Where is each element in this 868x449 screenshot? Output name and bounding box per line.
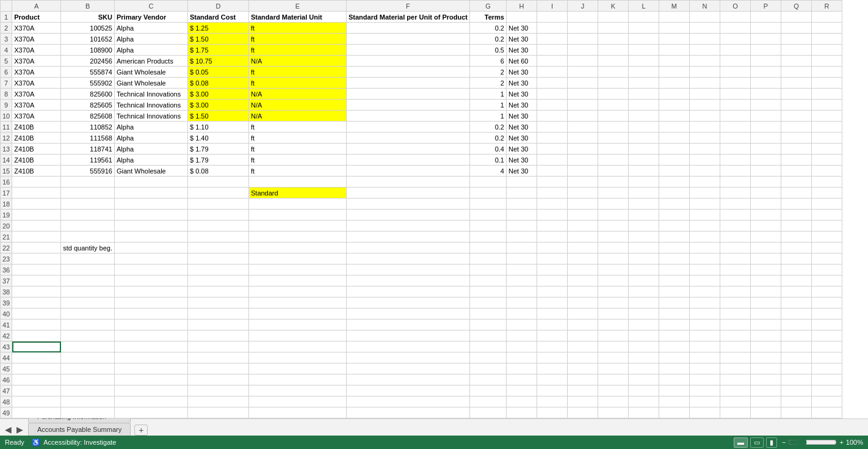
cell-r3-c3[interactable]: $ 1.50 xyxy=(187,34,248,45)
cell-r48-c6[interactable] xyxy=(469,396,506,407)
cell-r10-c10[interactable] xyxy=(598,111,628,122)
cell-r47-c2[interactable] xyxy=(114,385,187,396)
cell-r47-c10[interactable] xyxy=(598,385,628,396)
cell-r19-c0[interactable] xyxy=(12,210,61,221)
cell-r45-c6[interactable] xyxy=(469,363,506,374)
cell-r3-c1[interactable]: 101652 xyxy=(61,34,115,45)
cell-r48-c12[interactable] xyxy=(659,396,689,407)
cell-r5-c3[interactable]: $ 10.75 xyxy=(187,56,248,67)
cell-r15-c13[interactable] xyxy=(689,166,720,177)
cell-r46-c15[interactable] xyxy=(750,374,781,385)
cell-r48-c17[interactable] xyxy=(811,396,842,407)
cell-r49-c9[interactable] xyxy=(567,407,598,418)
cell-r9-c17[interactable] xyxy=(811,100,842,111)
table-row[interactable]: 45 xyxy=(1,363,842,374)
cell-r50-c16[interactable] xyxy=(781,418,811,419)
cell-r43-c4[interactable] xyxy=(248,341,346,352)
cell-r47-c14[interactable] xyxy=(720,385,750,396)
cell-r17-c5[interactable] xyxy=(346,188,469,199)
table-row[interactable]: 11Z410B110852Alpha$ 1.10ft0.2Net 30 xyxy=(1,122,842,133)
cell-r46-c0[interactable] xyxy=(12,374,61,385)
cell-r13-c6[interactable]: 0.4 xyxy=(469,144,506,155)
cell-r42-c5[interactable] xyxy=(346,330,469,341)
cell-r21-c16[interactable] xyxy=(781,232,811,243)
cell-r36-c3[interactable] xyxy=(187,265,248,276)
cell-r41-c5[interactable] xyxy=(346,319,469,330)
cell-r40-c12[interactable] xyxy=(659,308,689,319)
cell-r5-c15[interactable] xyxy=(750,56,781,67)
cell-r45-c17[interactable] xyxy=(811,363,842,374)
cell-r14-c3[interactable]: $ 1.79 xyxy=(187,155,248,166)
cell-r46-c14[interactable] xyxy=(720,374,750,385)
cell-r19-c11[interactable] xyxy=(628,210,659,221)
cell-r10-c6[interactable]: 1 xyxy=(469,111,506,122)
table-row[interactable]: 18 xyxy=(1,199,842,210)
cell-r10-c15[interactable] xyxy=(750,111,781,122)
table-row[interactable]: 23 xyxy=(1,254,842,265)
cell-r15-c14[interactable] xyxy=(720,166,750,177)
cell-r9-c12[interactable] xyxy=(659,100,689,111)
table-row[interactable]: 37 xyxy=(1,276,842,287)
cell-r12-c1[interactable]: 111568 xyxy=(61,133,115,144)
cell-r46-c17[interactable] xyxy=(811,374,842,385)
cell-r7-c13[interactable] xyxy=(689,78,720,89)
cell-r20-c15[interactable] xyxy=(750,221,781,232)
cell-r40-c7[interactable] xyxy=(506,308,537,319)
cell-r38-c0[interactable] xyxy=(12,287,61,298)
cell-r11-c2[interactable]: Alpha xyxy=(114,122,187,133)
cell-r49-c2[interactable] xyxy=(114,407,187,418)
cell-r7-c11[interactable] xyxy=(628,78,659,89)
cell-r37-c0[interactable] xyxy=(12,276,61,287)
cell-r1-c13[interactable] xyxy=(689,12,720,23)
cell-r20-c14[interactable] xyxy=(720,221,750,232)
cell-r6-c15[interactable] xyxy=(750,67,781,78)
cell-r3-c0[interactable]: X370A xyxy=(12,34,61,45)
cell-r8-c12[interactable] xyxy=(659,89,689,100)
cell-r17-c2[interactable] xyxy=(114,188,187,199)
cell-r13-c1[interactable]: 118741 xyxy=(61,144,115,155)
cell-r17-c15[interactable] xyxy=(750,188,781,199)
cell-r15-c16[interactable] xyxy=(781,166,811,177)
cell-r12-c17[interactable] xyxy=(811,133,842,144)
cell-r44-c4[interactable] xyxy=(248,352,346,363)
cell-r49-c10[interactable] xyxy=(598,407,628,418)
cell-r41-c3[interactable] xyxy=(187,319,248,330)
page-break-view-button[interactable]: ▮ xyxy=(766,437,777,448)
cell-r22-c9[interactable] xyxy=(567,243,598,254)
cell-r19-c15[interactable] xyxy=(750,210,781,221)
cell-r15-c4[interactable]: ft xyxy=(248,166,346,177)
cell-r5-c7[interactable]: Net 60 xyxy=(506,56,537,67)
cell-r5-c1[interactable]: 202456 xyxy=(61,56,115,67)
cell-r46-c16[interactable] xyxy=(781,374,811,385)
cell-r14-c8[interactable] xyxy=(537,155,567,166)
cell-r6-c3[interactable]: $ 0.05 xyxy=(187,67,248,78)
cell-r6-c1[interactable]: 555874 xyxy=(61,67,115,78)
table-row[interactable]: 9X370A825605Technical Innovations$ 3.00N… xyxy=(1,100,842,111)
cell-r42-c8[interactable] xyxy=(537,330,567,341)
cell-r50-c2[interactable] xyxy=(114,418,187,419)
cell-r38-c8[interactable] xyxy=(537,287,567,298)
cell-r10-c5[interactable] xyxy=(346,111,469,122)
cell-r1-c10[interactable] xyxy=(598,12,628,23)
cell-r1-c0[interactable]: Product xyxy=(12,12,61,23)
cell-r48-c9[interactable] xyxy=(567,396,598,407)
cell-r11-c10[interactable] xyxy=(598,122,628,133)
cell-r38-c14[interactable] xyxy=(720,287,750,298)
cell-r23-c3[interactable] xyxy=(187,254,248,265)
cell-r44-c16[interactable] xyxy=(781,352,811,363)
cell-r9-c11[interactable] xyxy=(628,100,659,111)
cell-r5-c4[interactable]: N/A xyxy=(248,56,346,67)
cell-r36-c10[interactable] xyxy=(598,265,628,276)
cell-r7-c7[interactable]: Net 30 xyxy=(506,78,537,89)
cell-r7-c4[interactable]: ft xyxy=(248,78,346,89)
cell-r3-c11[interactable] xyxy=(628,34,659,45)
cell-r16-c15[interactable] xyxy=(750,177,781,188)
cell-r47-c0[interactable] xyxy=(12,385,61,396)
cell-r4-c5[interactable] xyxy=(346,45,469,56)
cell-r42-c6[interactable] xyxy=(469,330,506,341)
cell-r8-c2[interactable]: Technical Innovations xyxy=(114,89,187,100)
cell-r22-c13[interactable] xyxy=(689,243,720,254)
cell-r42-c13[interactable] xyxy=(689,330,720,341)
cell-r10-c17[interactable] xyxy=(811,111,842,122)
cell-r50-c6[interactable] xyxy=(469,418,506,419)
